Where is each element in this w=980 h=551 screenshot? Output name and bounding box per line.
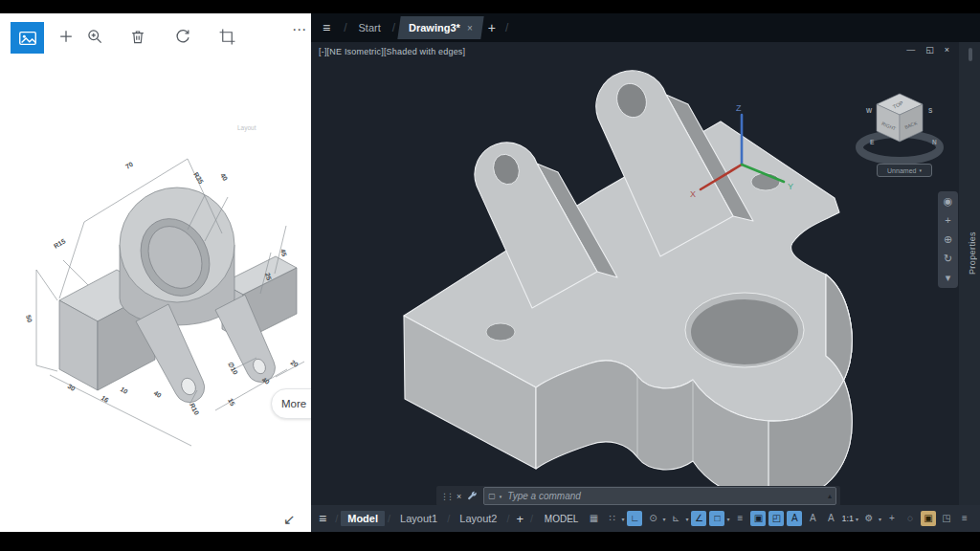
chevron-down-icon[interactable]: ▾ — [879, 516, 881, 522]
compass-west[interactable]: W — [866, 107, 873, 114]
steering-wheel-icon[interactable]: ◉ — [944, 196, 953, 207]
annotation-visibility-toggle[interactable]: A — [787, 511, 802, 526]
isometric-drafting-toggle[interactable]: ⊾ — [668, 511, 683, 526]
view-name-dropdown[interactable]: Unnamed ▾ — [877, 164, 932, 177]
new-layout-button[interactable]: + — [517, 512, 524, 526]
customization-gear-icon[interactable]: ⚙ — [861, 511, 877, 526]
selection-cycling-toggle[interactable]: ▣ — [750, 511, 766, 526]
dim-label: 16 — [100, 394, 109, 404]
command-line-dock: ⋮⋮ × ▢ ▾ ▴ — [436, 486, 840, 506]
crop-button[interactable] — [216, 26, 237, 47]
dim-label: 10 — [119, 386, 128, 395]
view-name-label: Unnamed — [887, 167, 916, 174]
plus-icon — [56, 27, 76, 46]
dim-label: 25 — [264, 272, 273, 280]
chevron-down-icon[interactable]: ▾ — [685, 516, 688, 522]
add-status-item-button[interactable]: + — [884, 511, 900, 526]
command-history-icon[interactable]: ▴ — [828, 492, 832, 500]
polar-tracking-toggle[interactable]: ⊙ — [645, 511, 660, 526]
tab-start[interactable]: Start — [351, 22, 389, 33]
model-space-label[interactable]: MODEL — [545, 514, 579, 524]
command-input-box[interactable]: ▢ ▾ ▴ — [483, 487, 836, 505]
more-options-button[interactable]: ⋯ — [292, 21, 307, 38]
clean-screen-toggle[interactable]: ◳ — [939, 511, 954, 526]
tab-model[interactable]: Model — [341, 511, 385, 526]
add-button[interactable] — [56, 26, 77, 47]
compass-east[interactable]: E — [870, 139, 875, 145]
customize-wrench-icon[interactable] — [466, 490, 479, 502]
object-snap-tracking-toggle[interactable]: ∠ — [691, 511, 706, 526]
ortho-toggle[interactable]: ∟ — [627, 511, 642, 526]
restore-icon[interactable]: ◱ — [925, 45, 934, 55]
ucs-y-label: Y — [788, 182, 793, 191]
compass-south[interactable]: S — [928, 107, 933, 114]
model-viewport-canvas[interactable]: Z X Y TOP RIGHT BACK W E N S — [311, 13, 980, 532]
tab-layout2[interactable]: Layout2 — [453, 511, 503, 526]
screen: ⋯ — [0, 0, 980, 551]
chevron-down-icon[interactable]: ▾ — [856, 516, 858, 522]
viewcube-top-face[interactable]: TOP — [892, 99, 904, 109]
tab-separator: / — [505, 21, 508, 34]
app-menu-icon[interactable]: ≡ — [323, 20, 330, 35]
file-tab-bar: ≡ / Start / Drawing3* × + / — [311, 13, 980, 42]
compass-north[interactable]: N — [932, 139, 937, 145]
gizmo-toggle[interactable]: ◰ — [768, 511, 784, 526]
trash-icon — [128, 27, 147, 46]
status-bar: ≡ / Model / Layout1 / Layout2 / + / MODE… — [311, 505, 980, 532]
photos-app-tile[interactable] — [11, 22, 44, 54]
orbit-icon[interactable]: ↻ — [944, 253, 952, 264]
sep: / — [530, 513, 533, 524]
chevron-down-icon[interactable]: ▾ — [500, 494, 502, 499]
layout-menu-icon[interactable]: ≡ — [319, 511, 326, 526]
image-icon — [17, 28, 38, 49]
viewcube-back-face[interactable]: BACK — [903, 120, 918, 130]
viewcube[interactable]: TOP RIGHT BACK W E N S — [859, 94, 940, 161]
annotation-all-toggle[interactable]: A — [823, 511, 838, 526]
minimize-icon[interactable]: — — [906, 45, 915, 55]
annotation-scale-button[interactable]: 1:1 — [841, 514, 854, 523]
ucs-x-label: X — [690, 189, 696, 199]
dim-label: R35 — [192, 171, 205, 186]
annotation-autoscale-toggle[interactable]: A — [805, 511, 820, 526]
isolate-objects-toggle[interactable]: ◌ — [902, 511, 918, 526]
dim-label: 40 — [152, 389, 162, 399]
more-button[interactable]: More — [271, 388, 311, 419]
close-command-line-icon[interactable]: × — [457, 492, 461, 501]
zoom-in-button[interactable] — [84, 26, 105, 47]
viewcube-right-face[interactable]: RIGHT — [880, 121, 897, 131]
snap-toggle[interactable]: ∷ — [604, 511, 619, 526]
properties-panel-tab[interactable]: Properties — [968, 231, 977, 275]
rotate-button[interactable] — [172, 26, 193, 47]
pan-icon[interactable]: + — [945, 215, 950, 226]
sep: / — [447, 513, 450, 524]
status-menu-icon[interactable]: ≡ — [957, 511, 972, 526]
object-snap-toggle[interactable]: □ — [709, 511, 724, 526]
chevron-down-icon: ▾ — [919, 167, 922, 173]
grid-toggle[interactable]: ▦ — [586, 511, 601, 526]
dock-grip-handle[interactable]: ⋮⋮ — [440, 492, 452, 501]
command-prompt-icon[interactable]: ▢ — [488, 492, 496, 500]
tab-drawing3[interactable]: Drawing3* × — [397, 16, 483, 39]
lineweight-toggle[interactable]: ≡ — [732, 511, 747, 526]
scrollbar-thumb[interactable] — [969, 48, 972, 61]
tab-separator: / — [392, 21, 395, 34]
close-tab-icon[interactable]: × — [467, 23, 473, 33]
new-drawing-button[interactable]: + — [488, 20, 496, 35]
tab-layout1[interactable]: Layout1 — [393, 511, 444, 526]
delete-button[interactable] — [127, 26, 148, 47]
command-input[interactable] — [505, 490, 824, 502]
technical-drawing-image: 70 R35 40 R15 45 25 50 30 16 10 40 R10 ∅… — [0, 13, 311, 532]
close-icon[interactable]: × — [945, 45, 949, 55]
dim-label: 20 — [289, 359, 299, 368]
chevron-down-icon[interactable]: ▾ — [726, 516, 729, 522]
viewport-controls-label[interactable]: [-][NE Isometric][Shaded with edges] — [319, 47, 465, 56]
navbar-more-icon[interactable]: ▾ — [946, 273, 951, 283]
chevron-down-icon[interactable]: ▾ — [662, 516, 665, 522]
chevron-down-icon[interactable]: ▾ — [621, 516, 624, 522]
graphics-performance-toggle[interactable]: ▣ — [921, 511, 936, 526]
resize-arrow-icon[interactable]: ↙ — [283, 511, 296, 528]
zoom-icon[interactable]: ⊕ — [944, 234, 952, 245]
photos-app-window: ⋯ — [0, 13, 311, 532]
dim-label: 50 — [25, 314, 33, 322]
dim-label: 30 — [66, 383, 76, 392]
